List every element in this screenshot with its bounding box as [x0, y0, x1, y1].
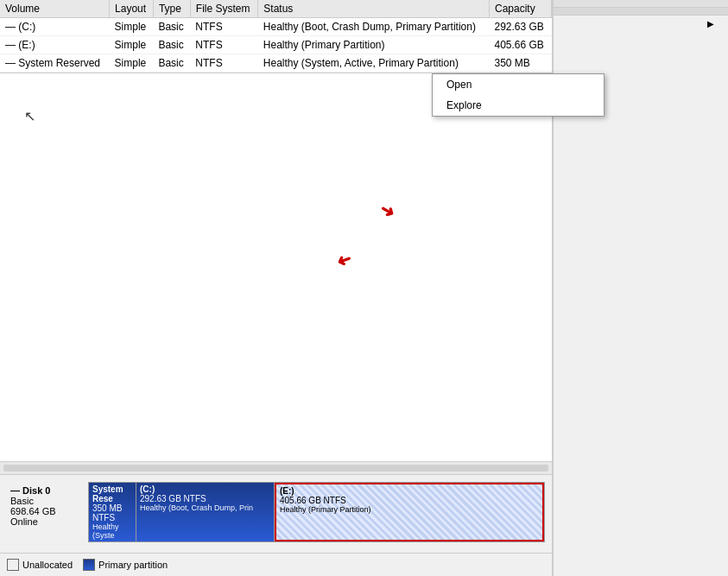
- table-area: Volume Layout Type File System Status Ca…: [0, 0, 552, 73]
- partition-size-sysres: 350 MB NTFS: [92, 503, 132, 522]
- cell-type: Basic: [153, 18, 190, 36]
- scrollbar-area[interactable]: [0, 461, 552, 475]
- cell-volume: — (E:): [0, 36, 110, 54]
- partition-c[interactable]: (C:) 292.63 GB NTFS Healthy (Boot, Crash…: [136, 483, 275, 541]
- disk-name: — Disk 0: [10, 485, 81, 496]
- partition-name-sysres: System Rese: [92, 484, 132, 503]
- cell-layout: Simple: [110, 36, 154, 54]
- cell-status: Healthy (Primary Partition): [258, 36, 490, 54]
- partition-system-reserved[interactable]: System Rese 350 MB NTFS Healthy (Syste: [89, 483, 136, 541]
- disk-info: — Disk 0 Basic 698.64 GB Online: [7, 482, 85, 542]
- partition-status-e: Healthy (Primary Partition): [280, 505, 539, 514]
- col-layout: Layout: [110, 0, 154, 18]
- legend-label-unallocated: Unallocated: [22, 560, 73, 570]
- disk-status: Online: [10, 516, 81, 527]
- disk-area: — Disk 0 Basic 698.64 GB Online System R…: [0, 475, 552, 553]
- more-actions-arrow: ▶: [707, 19, 714, 28]
- more-actions-item[interactable]: ▶: [554, 16, 728, 32]
- table-row[interactable]: — System Reserved Simple Basic NTFS Heal…: [0, 54, 552, 73]
- partition-name-c: (C:): [140, 484, 270, 494]
- col-volume: Volume: [0, 0, 110, 18]
- main-container: Volume Layout Type File System Status Ca…: [0, 0, 728, 576]
- col-filesystem: File System: [190, 0, 258, 18]
- col-capacity: Capacity: [490, 0, 552, 18]
- cell-filesystem: NTFS: [190, 18, 258, 36]
- cell-layout: Simple: [110, 18, 154, 36]
- scrollbar-track[interactable]: [3, 465, 548, 472]
- middle-area: ↖: [0, 73, 552, 461]
- cell-filesystem: NTFS: [190, 54, 258, 73]
- disk-partitions: System Rese 350 MB NTFS Healthy (Syste (…: [88, 482, 545, 542]
- actions-header: [554, 0, 728, 8]
- context-menu-item-explore[interactable]: Explore: [433, 95, 604, 116]
- cell-type: Basic: [153, 36, 190, 54]
- legend-label-primary: Primary partition: [98, 560, 168, 570]
- legend: Unallocated Primary partition: [0, 553, 552, 576]
- partition-e[interactable]: (E:) 405.66 GB NTFS Healthy (Primary Par…: [275, 483, 544, 541]
- table-row[interactable]: — (C:) Simple Basic NTFS Healthy (Boot, …: [0, 18, 552, 36]
- volumes-table: Volume Layout Type File System Status Ca…: [0, 0, 552, 73]
- table-row[interactable]: — (E:) Simple Basic NTFS Healthy (Primar…: [0, 36, 552, 54]
- cell-volume: — (C:): [0, 18, 110, 36]
- disk-size: 698.64 GB: [10, 506, 81, 516]
- partition-name-e: (E:): [280, 486, 539, 496]
- cell-layout: Simple: [110, 54, 154, 73]
- partition-status-sysres: Healthy (Syste: [92, 522, 132, 540]
- cell-capacity: 405.66 GB: [490, 36, 552, 54]
- context-menu-item-open[interactable]: Open: [433, 74, 604, 95]
- partition-size-e: 405.66 GB NTFS: [280, 496, 539, 505]
- cell-capacity: 292.63 GB: [490, 18, 552, 36]
- disk-row: — Disk 0 Basic 698.64 GB Online System R…: [7, 482, 545, 542]
- actions-section-header[interactable]: [554, 8, 728, 16]
- partition-status-c: Healthy (Boot, Crash Dump, Prin: [140, 503, 270, 512]
- cell-filesystem: NTFS: [190, 36, 258, 54]
- cell-volume: — System Reserved: [0, 54, 110, 73]
- cell-status: Healthy (Boot, Crash Dump, Primary Parti…: [258, 18, 490, 36]
- legend-unallocated: Unallocated: [7, 559, 73, 571]
- legend-primary: Primary partition: [83, 559, 168, 571]
- cell-status: Healthy (System, Active, Primary Partiti…: [258, 54, 490, 73]
- cursor-icon: ↖: [24, 108, 35, 124]
- partition-size-c: 292.63 GB NTFS: [140, 494, 270, 503]
- context-menu: OpenExplore: [432, 73, 605, 117]
- col-type: Type: [153, 0, 190, 18]
- cell-type: Basic: [153, 54, 190, 73]
- legend-box-primary: [83, 559, 95, 571]
- legend-box-unallocated: [7, 559, 19, 571]
- disk-type: Basic: [10, 496, 81, 506]
- cell-capacity: 350 MB: [490, 54, 552, 73]
- col-status: Status: [258, 0, 490, 18]
